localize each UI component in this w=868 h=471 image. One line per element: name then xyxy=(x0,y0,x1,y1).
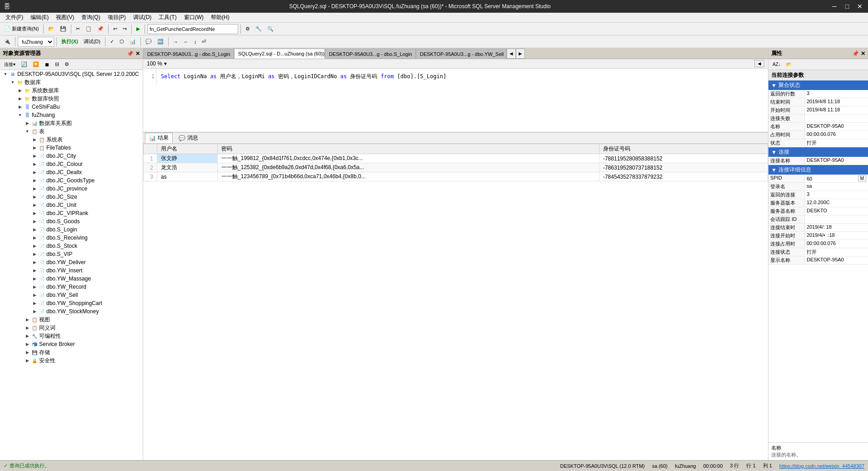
tree-db-diagrams[interactable]: ▶ 📊 数据库关系图 xyxy=(0,119,143,127)
sql-editor[interactable]: 1 Select LoginNa as 用户名，LoginMi as 密码，Lo… xyxy=(143,69,768,132)
expand-slogin-icon[interactable]: ▶ xyxy=(31,227,38,232)
expand-sstock-icon[interactable]: ▶ xyxy=(31,244,38,248)
expand-synonyms-icon[interactable]: ▶ xyxy=(24,326,31,330)
tree-yw-deliver[interactable]: ▶ 📄 dbo.YW_Deliver xyxy=(0,258,143,266)
stop-oe-button[interactable]: ⏹ xyxy=(42,60,52,70)
tree-yw-sell[interactable]: ▶ 📄 dbo.YW_Sell xyxy=(0,291,143,299)
tree-fuzhuang[interactable]: ▼ 🗄 fuZhuang xyxy=(0,111,143,119)
settings-oe-button[interactable]: ⚙ xyxy=(62,60,71,70)
tree-security[interactable]: ▶ 🔒 安全性 xyxy=(0,356,143,365)
connect-oe-button[interactable]: 连接▾ xyxy=(2,60,18,70)
close-button[interactable]: ✕ xyxy=(855,3,864,10)
tree-jc-size[interactable]: ▶ 📄 dbo.JC_Size xyxy=(0,193,143,201)
tree-db-snapshots[interactable]: ▶ 📁 数据库快照 xyxy=(0,95,143,103)
indent-button[interactable]: → xyxy=(171,37,180,47)
tree-s-receiving[interactable]: ▶ 📄 dbo.S_Receiving xyxy=(0,234,143,242)
menu-tools[interactable]: 工具(T) xyxy=(155,13,180,22)
tree-s-login[interactable]: ▶ 📄 dbo.S_Login xyxy=(0,225,143,234)
debug-button[interactable]: 调试(D) xyxy=(81,37,103,47)
expand-databases-icon[interactable]: ▼ xyxy=(9,80,16,85)
menu-edit[interactable]: 编辑(E) xyxy=(27,13,52,22)
maximize-button[interactable]: □ xyxy=(843,3,852,10)
props-cat-btn[interactable]: 📂 xyxy=(784,60,794,70)
database-selector[interactable]: fuZhuang xyxy=(18,37,54,47)
expand-ywshoppingcart-icon[interactable]: ▶ xyxy=(31,301,38,306)
copy-button[interactable]: 📋 xyxy=(83,24,94,34)
editor-content[interactable]: Select LoginNa as 用户名，LoginMi as 密码，Logi… xyxy=(159,69,768,84)
new-query-button[interactable]: 📄 新建查询(N) xyxy=(2,24,41,34)
cut-button[interactable]: ✂ xyxy=(74,24,82,34)
expand-snapshots-icon[interactable]: ▶ xyxy=(16,96,24,101)
tree-ceshifabu[interactable]: ▶ 🗄 CeShiFaBu xyxy=(0,103,143,111)
tree-jc-viprank[interactable]: ▶ 📄 dbo.JC_VIPRank xyxy=(0,209,143,217)
toolbar-btn1[interactable]: ⚙ xyxy=(243,24,252,34)
tree-system-tables[interactable]: ▶ 📋 系统表 xyxy=(0,135,143,144)
expand-prog-icon[interactable]: ▶ xyxy=(24,334,31,338)
prop-section-connection[interactable]: ▼ 连接 xyxy=(768,147,868,157)
expand-servicebroker-icon[interactable]: ▶ xyxy=(24,342,31,346)
expand-sgoods-icon[interactable]: ▶ xyxy=(31,219,38,224)
wordwrap-button[interactable]: ⏎ xyxy=(200,37,208,47)
collapse-oe-button[interactable]: ⊟ xyxy=(53,60,61,70)
expand-jcdeallx-icon[interactable]: ▶ xyxy=(31,170,38,175)
expand-sreceiving-icon[interactable]: ▶ xyxy=(31,236,38,240)
menu-debug[interactable]: 调试(D) xyxy=(130,13,155,22)
panel-pin-button[interactable]: 📌 xyxy=(127,50,134,57)
paste-button[interactable]: 📌 xyxy=(95,24,106,34)
tree-yw-record[interactable]: ▶ 📄 dbo.YW_Record xyxy=(0,283,143,291)
minimize-button[interactable]: ─ xyxy=(830,3,839,10)
tree-synonyms[interactable]: ▶ 📋 同义词 xyxy=(0,324,143,332)
filter-oe-button[interactable]: 🔽 xyxy=(30,60,41,70)
expand-security-icon[interactable]: ▶ xyxy=(24,358,31,363)
expand-systables-icon[interactable]: ▶ xyxy=(31,137,38,142)
tree-views[interactable]: ▶ 📋 视图 xyxy=(0,316,143,324)
expand-ywrecord-icon[interactable]: ▶ xyxy=(31,285,38,289)
execute-button[interactable]: ▶ xyxy=(134,24,142,34)
expand-tables-icon[interactable]: ▼ xyxy=(24,129,31,134)
tree-jc-deallx[interactable]: ▶ 📄 dbo.JC_Deallx xyxy=(0,168,143,176)
tab-slogin2[interactable]: DESKTOP-95A0U3...g - dbo.S_Login xyxy=(325,49,416,59)
expand-ywmassage-icon[interactable]: ▶ xyxy=(31,276,38,281)
tree-jc-province[interactable]: ▶ 📄 dbo.JC_province xyxy=(0,185,143,193)
tree-filetables[interactable]: ▶ 📋 FileTables xyxy=(0,144,143,152)
expand-fuzhuang-icon[interactable]: ▼ xyxy=(16,113,24,117)
undo-button[interactable]: ↩ xyxy=(111,24,120,34)
expand-jcunit-icon[interactable]: ▶ xyxy=(31,203,38,207)
tab-scroll-left[interactable]: ◄ xyxy=(507,49,516,59)
tree-programmability[interactable]: ▶ 🔧 可编程性 xyxy=(0,332,143,340)
check-syntax-button[interactable]: ✓ xyxy=(108,37,116,47)
tree-server[interactable]: ▼ 🖥 DESKTOP-95A0U3V\SQL (SQL Server 12.0… xyxy=(0,70,143,78)
expand-storage-icon[interactable]: ▶ xyxy=(24,350,31,355)
function-input[interactable] xyxy=(147,24,238,34)
expand-ywdeliver-icon[interactable]: ▶ xyxy=(31,260,38,265)
prop-section-aggregate[interactable]: ▼ 聚合状态 xyxy=(768,80,868,90)
expand-jcprovince-icon[interactable]: ▶ xyxy=(31,186,38,191)
expand-ywinsert-icon[interactable]: ▶ xyxy=(31,268,38,273)
props-sort-btn[interactable]: AZ↓ xyxy=(770,60,783,70)
tree-databases[interactable]: ▼ 📁 数据库 xyxy=(0,78,143,86)
tab-ywsell[interactable]: DESKTOP-95A0U3...g - dbo.YW_Sell xyxy=(416,49,507,59)
refresh-oe-button[interactable]: 🔄 xyxy=(19,60,30,70)
sort-button[interactable]: ↕ xyxy=(192,37,199,47)
toolbar-btn2[interactable]: 🔧 xyxy=(253,24,264,34)
tree-jc-unit[interactable]: ▶ 📄 dbo.JC_Unit xyxy=(0,201,143,209)
tab-scroll-right[interactable]: ► xyxy=(516,49,525,59)
tree-yw-stockmoney[interactable]: ▶ 📄 dbo.YW_StockMoney xyxy=(0,307,143,316)
expand-ywsell-icon[interactable]: ▶ xyxy=(31,293,38,297)
save-button[interactable]: 💾 xyxy=(58,24,69,34)
zoom-dropdown-icon[interactable]: ▾ xyxy=(164,60,167,67)
expand-jcviprank-icon[interactable]: ▶ xyxy=(31,211,38,215)
tree-yw-shoppingcart[interactable]: ▶ 📄 dbo.YW_ShoppingCart xyxy=(0,299,143,307)
prop-section-conndetails[interactable]: ▼ 连接详细信息 xyxy=(768,165,868,175)
spid-detail-btn[interactable]: M xyxy=(858,175,866,181)
expand-filetables-icon[interactable]: ▶ xyxy=(31,145,38,150)
tree-system-dbs[interactable]: ▶ 📁 系统数据库 xyxy=(0,86,143,95)
menu-window[interactable]: 窗口(W) xyxy=(180,13,207,22)
execute-query-button[interactable]: 执行(X) xyxy=(59,37,80,47)
expand-ywstockmoney-icon[interactable]: ▶ xyxy=(31,309,38,314)
tree-jc-goodstype[interactable]: ▶ 📄 dbo.JC_GoodsType xyxy=(0,176,143,185)
expand-jccity-icon[interactable]: ▶ xyxy=(31,154,38,158)
expand-jccolour-icon[interactable]: ▶ xyxy=(31,162,38,166)
parse-button[interactable]: ⬡ xyxy=(117,37,126,47)
tree-tables[interactable]: ▼ 📋 表 xyxy=(0,127,143,135)
